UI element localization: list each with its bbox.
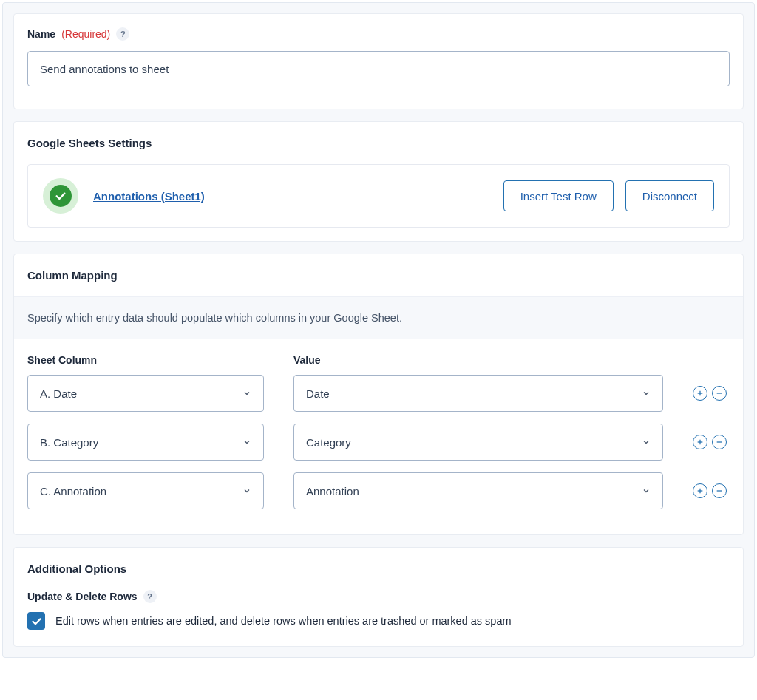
chevron-down-icon bbox=[242, 485, 251, 497]
mapping-header-value: Value bbox=[293, 354, 730, 366]
options-title: Additional Options bbox=[14, 548, 743, 590]
sheets-settings-card: Google Sheets Settings Annotations (Shee… bbox=[13, 121, 744, 242]
mapping-rows: A. Date Date B. Category Cat bbox=[14, 375, 743, 534]
insert-test-row-button[interactable]: Insert Test Row bbox=[503, 180, 614, 211]
checkmark-icon bbox=[31, 616, 42, 627]
additional-options-card: Additional Options Update & Delete Rows … bbox=[13, 547, 744, 647]
chevron-down-icon bbox=[642, 436, 651, 449]
chevron-down-icon bbox=[242, 387, 251, 400]
row-actions bbox=[693, 386, 730, 401]
add-row-button[interactable] bbox=[693, 483, 707, 498]
help-icon[interactable]: ? bbox=[143, 590, 157, 603]
select-value: Category bbox=[306, 436, 351, 449]
select-value: Annotation bbox=[306, 485, 359, 497]
value-select[interactable]: Date bbox=[293, 375, 663, 412]
remove-row-button[interactable] bbox=[712, 386, 727, 401]
chevron-down-icon bbox=[642, 485, 651, 497]
checkbox-row: Edit rows when entries are edited, and d… bbox=[27, 612, 730, 630]
checkbox-label: Edit rows when entries are edited, and d… bbox=[55, 615, 512, 627]
select-value: A. Date bbox=[40, 387, 77, 400]
update-delete-label-row: Update & Delete Rows ? bbox=[27, 590, 730, 603]
add-row-button[interactable] bbox=[693, 435, 707, 449]
mapping-row: C. Annotation Annotation bbox=[27, 472, 730, 509]
remove-row-button[interactable] bbox=[712, 435, 727, 449]
connection-info: Annotations (Sheet1) bbox=[43, 178, 205, 214]
row-actions bbox=[693, 483, 730, 498]
spreadsheet-link[interactable]: Annotations (Sheet1) bbox=[93, 190, 205, 203]
remove-row-button[interactable] bbox=[712, 483, 727, 498]
required-indicator: (Required) bbox=[61, 28, 110, 40]
name-input[interactable] bbox=[27, 51, 730, 86]
add-row-button[interactable] bbox=[693, 386, 707, 401]
edit-rows-checkbox[interactable] bbox=[27, 612, 45, 630]
chevron-down-icon bbox=[642, 387, 651, 400]
mapping-header-column: Sheet Column bbox=[27, 354, 264, 366]
help-icon[interactable]: ? bbox=[116, 27, 129, 41]
options-body: Update & Delete Rows ? Edit rows when en… bbox=[14, 590, 743, 646]
sheet-column-select[interactable]: A. Date bbox=[27, 375, 264, 412]
mapping-header: Sheet Column Value bbox=[14, 339, 743, 375]
status-badge bbox=[43, 178, 78, 214]
column-mapping-card: Column Mapping Specify which entry data … bbox=[13, 254, 744, 535]
select-value: C. Annotation bbox=[40, 485, 106, 497]
sheets-title: Google Sheets Settings bbox=[14, 122, 743, 164]
mapping-title: Column Mapping bbox=[14, 254, 743, 296]
name-card: Name (Required) ? bbox=[13, 13, 744, 109]
row-actions bbox=[693, 435, 730, 449]
name-label: Name bbox=[27, 28, 55, 40]
name-label-row: Name (Required) ? bbox=[27, 27, 730, 41]
connection-actions: Insert Test Row Disconnect bbox=[503, 180, 714, 211]
mapping-description: Specify which entry data should populate… bbox=[14, 296, 743, 339]
chevron-down-icon bbox=[242, 436, 251, 449]
update-delete-label: Update & Delete Rows bbox=[27, 591, 138, 602]
settings-panel: Name (Required) ? Google Sheets Settings… bbox=[2, 2, 755, 658]
select-value: Date bbox=[306, 387, 330, 400]
value-select[interactable]: Annotation bbox=[293, 472, 663, 509]
disconnect-button[interactable]: Disconnect bbox=[625, 180, 714, 211]
sheet-column-select[interactable]: B. Category bbox=[27, 424, 264, 461]
connection-box: Annotations (Sheet1) Insert Test Row Dis… bbox=[27, 164, 730, 228]
checkmark-icon bbox=[50, 185, 72, 207]
mapping-row: A. Date Date bbox=[27, 375, 730, 412]
select-value: B. Category bbox=[40, 436, 98, 449]
sheet-column-select[interactable]: C. Annotation bbox=[27, 472, 264, 509]
mapping-row: B. Category Category bbox=[27, 424, 730, 461]
value-select[interactable]: Category bbox=[293, 424, 663, 461]
